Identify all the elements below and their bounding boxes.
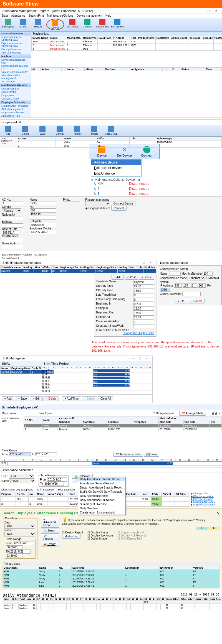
device-dropdown[interactable]: Add new deviceEdit current deviceEdit Al…: [91, 159, 142, 177]
tt-post[interactable]: ✓ Post: [125, 275, 138, 280]
report-8[interactable]: Create report for current grid: [78, 510, 125, 515]
employee-grid[interactable]: AC No.NameShiftsTitleMobile/Pager1VickyF…: [17, 137, 222, 148]
mustcin-check[interactable]: ☑ Must C/In: [96, 329, 111, 332]
calc-name[interactable]: <All>: [10, 479, 35, 483]
mustcout-check[interactable]: ☑ Must C/Out: [112, 329, 129, 332]
side-download-attendance-logs[interactable]: Download attendance logs: [0, 58, 31, 64]
side-administrator[interactable]: Administrator: [0, 90, 31, 94]
design-report-check2[interactable]: ☐ Design Report: [62, 531, 83, 534]
side-employees[interactable]: Employees: [0, 94, 31, 97]
side-export-attendance-checking-data[interactable]: Export Attendance Checking Data: [0, 42, 31, 48]
no-input[interactable]: [30, 208, 56, 213]
menu-device management[interactable]: Device management: [77, 14, 102, 17]
lower-grid[interactable]: IdAc No.NamesTimeMachineVerifyModeIDStat…: [31, 67, 222, 71]
officetel-input[interactable]: [30, 216, 56, 220]
dd-2[interactable]: Edit All device: [91, 171, 141, 176]
search-grid[interactable]: DepartmentNameNo.Date/TimeLocation IDID …: [2, 566, 220, 588]
side-upload-user-info-and-fp[interactable]: Upload user info and FP: [0, 70, 31, 74]
s-dep[interactable]: XIMI: [4, 524, 35, 529]
menu-attendance[interactable]: Attendance: [11, 14, 25, 17]
sched-save[interactable]: 💾 Save: [144, 452, 159, 457]
sched-tree[interactable]: OUR COMPANY XIMI: [0, 416, 24, 431]
side-shifts-management[interactable]: Shifts Management: [0, 108, 31, 111]
sched-to[interactable]: [35, 452, 57, 456]
side-import-attendance-checking-data[interactable]: Import Attendance Checking Data: [0, 35, 31, 42]
sm-add[interactable]: + Add: [2, 396, 14, 401]
fp-select[interactable]: [85, 201, 110, 206]
report-2[interactable]: Depart Attendance Statistic Report: [78, 485, 125, 490]
side-database-option[interactable]: Database Option: [0, 97, 31, 100]
minimize-button[interactable]: —: [198, 9, 205, 12]
employees-button[interactable]: Employees: [1, 19, 15, 30]
arrange-shifts-button[interactable]: 📅 Arrange Shifts: [179, 411, 206, 416]
report-1[interactable]: Attendance General Report: [78, 481, 125, 485]
report-menu[interactable]: Daily Attendance Statistic ReportAttenda…: [78, 477, 126, 515]
modify-log-button[interactable]: Modify Log: [62, 534, 81, 539]
device-button[interactable]: Device: [91, 146, 113, 157]
tt-del[interactable]: × Delete: [139, 275, 154, 280]
dm-pwd[interactable]: [182, 292, 201, 296]
sm-del[interactable]: × Delete: [44, 396, 59, 401]
export-button[interactable]: 📤 Export: [41, 542, 59, 546]
calc-dep[interactable]: XIMI: [9, 474, 34, 479]
preview-button[interactable]: 🔎 Preview: [41, 533, 59, 541]
tt-add[interactable]: + Add: [112, 275, 124, 280]
sched-from[interactable]: [9, 452, 31, 456]
connect-button[interactable]: Connect: [81, 19, 94, 30]
sm-deltime[interactable]: × Delete: [82, 396, 97, 401]
side-employee-schedule[interactable]: Employee Schedule: [0, 111, 31, 114]
sm-save[interactable]: ✓ Save: [15, 396, 29, 401]
search-button[interactable]: 🔍 Search: [41, 528, 59, 533]
dm-mno[interactable]: [203, 272, 213, 276]
menu-help[interactable]: Help: [105, 14, 111, 17]
nat-input[interactable]: [2, 216, 23, 220]
connect-button2[interactable]: Connect: [111, 206, 127, 211]
dm-name[interactable]: [168, 272, 181, 276]
menu-data[interactable]: Data: [2, 14, 8, 17]
emp-delete-button[interactable]: Delete: [19, 126, 32, 135]
device-grid[interactable]: Device NameStatusMachineNo.Comm typeBaud…: [31, 36, 222, 51]
machine-list-tab[interactable]: Machine List: [31, 32, 222, 36]
side-department-list[interactable]: Department List: [0, 87, 31, 90]
report-7[interactable]: Daily Overtime: [78, 506, 125, 510]
emp-add-button[interactable]: Add: [1, 126, 15, 135]
connect-button[interactable]: Connect: [136, 146, 158, 157]
device-button[interactable]: Device: [46, 19, 64, 30]
design-report-check[interactable]: ☐ Design Report: [153, 412, 174, 415]
del-device-button[interactable]: Del Device: [66, 19, 79, 30]
menu-search/print[interactable]: Search/Print: [29, 14, 44, 17]
maximize-button[interactable]: □: [205, 9, 212, 12]
change-color-link[interactable]: Change the Display Color: [123, 332, 154, 335]
connect-device-button[interactable]: Connect Device: [111, 201, 136, 206]
bday-input[interactable]: [2, 223, 23, 228]
emp-save-button[interactable]: Save: [36, 126, 49, 135]
form-tabs[interactable]: Basic Information Addition AC Options: [0, 253, 222, 257]
dm-comm[interactable]: Ethernet: [188, 276, 205, 280]
name-input[interactable]: [30, 201, 56, 205]
s-name[interactable]: <All>: [4, 532, 35, 536]
entry-input[interactable]: [30, 223, 56, 227]
emp-cancel-button[interactable]: Cancel: [53, 126, 66, 135]
del-device-button[interactable]: ✕Del Device: [113, 146, 135, 157]
dob-input[interactable]: [2, 231, 19, 235]
side-ac-manage[interactable]: AC Manage: [0, 80, 31, 83]
fp-device-radio[interactable]: ◉ Fingerprint device: [85, 207, 110, 210]
side-download-user-info-and-fp[interactable]: Download user info and FP: [0, 64, 31, 70]
report-5[interactable]: Daily Attendance OT Report: [78, 498, 125, 502]
timetable-grid[interactable]: Timetable NameOn-dutyFineOff-dutTimeBegi…: [0, 265, 156, 273]
report-3[interactable]: Staff's On-Duty/Off-Duty Timetable: [78, 490, 125, 494]
adv-export-button[interactable]: ♦ Advanced Export: [41, 517, 59, 528]
dm-ok[interactable]: ✓ OK: [175, 299, 187, 303]
report-4[interactable]: Daily Attendance Shifts: [78, 494, 125, 498]
side-attendance-photo-management[interactable]: Attendance Photo Management: [0, 74, 31, 80]
sm-edit[interactable]: ✎ Edit: [30, 396, 43, 401]
side-usb-disk-manage[interactable]: Usb Disk Manage: [0, 51, 31, 54]
menu-maintenance/options[interactable]: Maintenance/Options: [47, 14, 74, 17]
acno-input[interactable]: [2, 201, 23, 205]
disconnect-button[interactable]: Disconnect: [96, 19, 109, 30]
emp-import-button[interactable]: Import: [87, 126, 101, 135]
dm-port[interactable]: [160, 288, 170, 292]
report-button[interactable]: Report: [31, 19, 45, 30]
sm-clear[interactable]: Clear All: [98, 396, 113, 401]
card-input[interactable]: [2, 238, 23, 242]
